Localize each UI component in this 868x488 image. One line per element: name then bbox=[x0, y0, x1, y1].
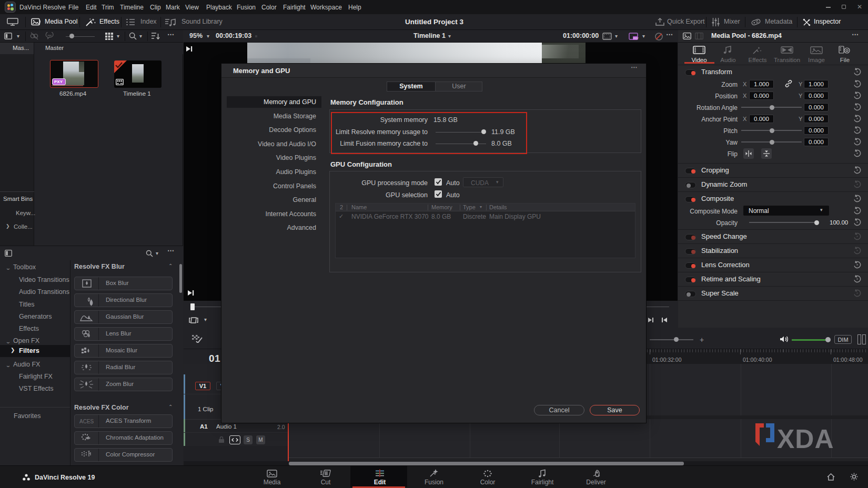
svg-text:ACES: ACES bbox=[79, 419, 94, 424]
svg-text:FXY: FXY bbox=[633, 37, 639, 40]
svg-text:XDA: XDA bbox=[777, 424, 834, 453]
